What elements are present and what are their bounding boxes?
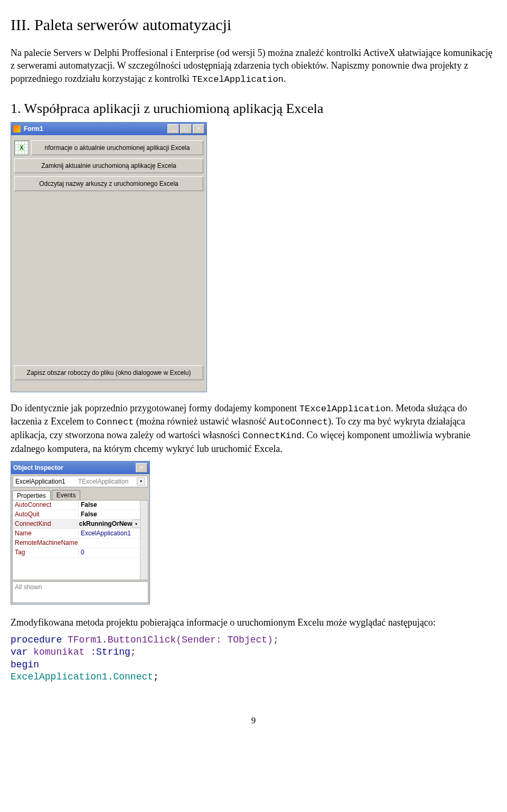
excel-application-icon[interactable]: X — [14, 140, 29, 155]
info-button[interactable]: nformacje o aktualnie uruchomionej aplik… — [31, 140, 203, 155]
property-value[interactable]: ckRunningOrNew — [77, 520, 133, 527]
object-inspector-window: Object Inspector × ExcelApplication1 TEx… — [11, 461, 150, 605]
code-block: procedure TForm1.Button1Click(Sender: TO… — [11, 634, 496, 684]
keyword: String — [96, 647, 130, 657]
property-row[interactable]: AutoQuit False — [13, 510, 148, 520]
identifier: TForm1.Button1Click(Sender: TObject); — [62, 635, 278, 645]
property-name: Name — [13, 530, 79, 537]
text: (można również ustawić własność — [134, 416, 268, 427]
window-title: Object Inspector — [13, 464, 136, 471]
component-type: TExcelApplication — [78, 478, 128, 485]
keyword: begin — [11, 659, 39, 670]
maximize-button[interactable]: □ — [180, 124, 192, 134]
inspector-footer: All shown — [12, 581, 148, 603]
property-value[interactable]: ExcelApplication1 — [79, 530, 131, 537]
identifier: ExcelApplication1.Connect — [11, 672, 153, 682]
text: Do identycznie jak poprzednio przygotowa… — [11, 403, 299, 413]
identifier: komunikat : — [27, 647, 96, 657]
delphi-form-window: Form1 _ □ × X nformacje o aktualnie uruc… — [11, 122, 207, 392]
property-name: AutoConnect — [13, 501, 79, 508]
property-value[interactable]: False — [79, 511, 97, 518]
code-inline: Connect — [96, 417, 134, 427]
property-row[interactable]: RemoteMachineName — [13, 539, 148, 548]
window-title: Form1 — [24, 125, 167, 133]
paragraph-intro: Na palecie Servers w Delphi Proffesional… — [11, 46, 496, 86]
selected-component: ExcelApplication1 — [15, 478, 65, 485]
page-number: 9 — [11, 715, 496, 726]
read-sheets-button[interactable]: Odczytaj nazwy arkuszy z uruchomionego E… — [14, 176, 203, 191]
paragraph-mid: Do identycznie jak poprzednio przygotowa… — [11, 402, 496, 456]
tab-events[interactable]: Events — [52, 490, 81, 500]
scrollbar[interactable] — [140, 501, 148, 580]
property-name: RemoteMachineName — [13, 539, 79, 546]
chevron-down-icon[interactable]: ▾ — [137, 477, 145, 486]
close-button[interactable]: × — [136, 463, 147, 473]
titlebar[interactable]: Object Inspector × — [11, 461, 149, 474]
code-inline: AutoConnect — [269, 417, 328, 427]
app-icon — [13, 125, 21, 133]
tab-properties[interactable]: Properties — [12, 490, 51, 501]
property-value[interactable]: 0 — [79, 549, 84, 556]
code-inline: TExcelApplication — [192, 74, 283, 84]
close-excel-button[interactable]: Zamknij aktualnie uruchomioną aplikację … — [14, 158, 203, 173]
property-row[interactable]: Name ExcelApplication1 — [13, 529, 148, 539]
code-inline: TExcelApplication — [299, 404, 391, 414]
property-name: ConnectKind — [13, 520, 77, 527]
paragraph-outro: Zmodyfikowana metoda projektu pobierając… — [11, 616, 496, 629]
property-row[interactable]: Tag 0 — [13, 548, 148, 558]
property-row[interactable]: AutoConnect False — [13, 501, 148, 510]
heading-sub-1: 1. Współpraca aplikacji z uruchiomioną a… — [11, 101, 496, 117]
punct: ; — [130, 647, 136, 657]
code-inline: ConnectKind — [242, 431, 302, 441]
close-button[interactable]: × — [193, 124, 204, 134]
chevron-down-icon[interactable]: ▾ — [132, 520, 140, 528]
text: . — [284, 73, 286, 84]
property-name: AutoQuit — [13, 511, 79, 518]
punct: ; — [153, 672, 159, 682]
keyword: procedure — [11, 635, 62, 645]
titlebar[interactable]: Form1 _ □ × — [11, 122, 206, 135]
heading-main: III. Paleta serwerów automatyzacji — [11, 16, 496, 34]
property-name: Tag — [13, 549, 79, 556]
minimize-button[interactable]: _ — [167, 124, 179, 134]
form-client-area: X nformacje o aktualnie uruchomionej apl… — [11, 135, 206, 392]
property-value[interactable]: False — [79, 501, 97, 508]
property-grid[interactable]: AutoConnect False AutoQuit False Connect… — [12, 500, 148, 580]
property-row[interactable]: ConnectKind ckRunningOrNew ▾ — [13, 520, 148, 529]
save-workspace-button[interactable]: Zapisz obszar roboczy do pliku (okno dia… — [14, 365, 203, 380]
keyword: var — [11, 647, 27, 657]
component-selector[interactable]: ExcelApplication1 TExcelApplication ▾ — [13, 476, 148, 487]
inspector-tabs: Properties Events — [11, 489, 149, 500]
